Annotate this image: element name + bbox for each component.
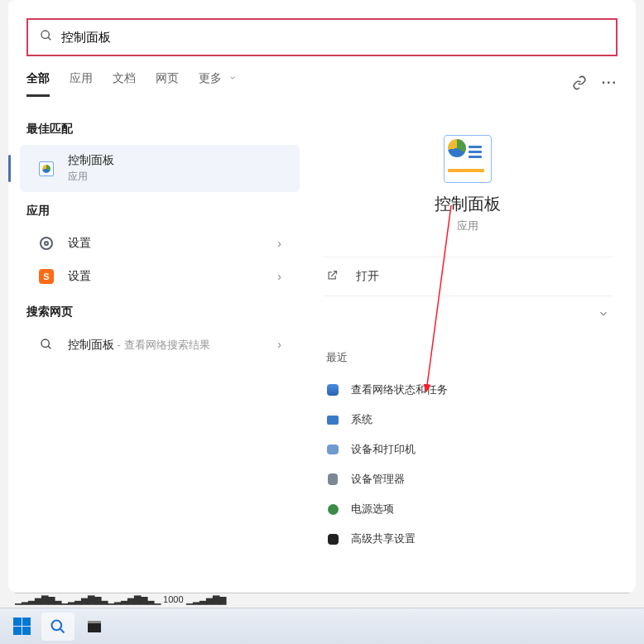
preview-subtitle: 应用: [323, 219, 613, 233]
taskbar: [0, 608, 644, 644]
result-settings-2[interactable]: S 设置 ›: [20, 260, 300, 293]
tab-apps[interactable]: 应用: [70, 71, 93, 97]
preview-title: 控制面板: [323, 193, 613, 215]
truncated-background-text: ▁▂▃▅▇▆▃▁▂▃▅▇▆▃▁▂▃▅▇▆▃▁ 1000 ▁▂▃▅▇▆: [15, 593, 629, 606]
section-apps: 应用: [8, 192, 306, 227]
taskbar-terminal[interactable]: [78, 613, 111, 641]
chevron-right-icon: ›: [277, 237, 281, 250]
section-search-web: 搜索网页: [8, 293, 306, 328]
chevron-right-icon: ›: [277, 338, 281, 351]
svg-line-3: [48, 346, 50, 348]
recent-advanced-sharing[interactable]: 高级共享设置: [323, 524, 613, 554]
result-settings-1[interactable]: 设置 ›: [20, 227, 300, 260]
search-icon: [50, 618, 66, 635]
section-best-match: 最佳匹配: [8, 110, 306, 145]
windows-logo-icon: [13, 618, 31, 635]
taskbar-search-button[interactable]: [41, 613, 74, 641]
search-icon: [40, 29, 53, 46]
recent-power-options[interactable]: 电源选项: [323, 494, 613, 524]
more-icon[interactable]: ···: [602, 75, 618, 94]
chevron-down-icon: [598, 308, 609, 322]
content-columns: 最佳匹配 控制面板 应用 应用 设置 › S 设置 ›: [8, 102, 636, 554]
search-bar[interactable]: [26, 18, 618, 56]
svg-point-2: [41, 339, 49, 347]
tab-documents[interactable]: 文档: [113, 71, 136, 97]
device-manager-icon: [326, 473, 339, 486]
control-panel-icon-large: [444, 135, 492, 183]
result-web-search[interactable]: 控制面板 - 查看网络搜索结果 ›: [20, 328, 300, 361]
open-icon: [326, 269, 343, 284]
windows-search-panel: 全部 应用 文档 网页 更多 ··· 最佳匹配 控制面板: [8, 0, 636, 592]
tab-more[interactable]: 更多: [199, 71, 237, 97]
search-icon: [38, 336, 55, 353]
recent-label: 最近: [326, 350, 609, 365]
printer-icon: [326, 443, 339, 456]
recent-system[interactable]: 系统: [323, 405, 613, 435]
svg-point-5: [52, 620, 62, 630]
network-center-icon: [326, 383, 339, 396]
start-button[interactable]: [5, 613, 38, 641]
tab-web[interactable]: 网页: [156, 71, 179, 97]
preview-header: 控制面板 应用: [323, 118, 613, 245]
filter-row: 全部 应用 文档 网页 更多 ···: [8, 71, 636, 102]
control-panel-icon: [38, 161, 55, 177]
svg-line-6: [60, 628, 65, 632]
svg-line-1: [48, 37, 50, 40]
system-icon: [326, 413, 339, 426]
results-column: 最佳匹配 控制面板 应用 应用 设置 › S 设置 ›: [8, 110, 306, 554]
chevron-right-icon: ›: [277, 270, 281, 283]
open-action[interactable]: 打开: [323, 257, 613, 296]
terminal-icon: [88, 621, 101, 632]
link-icon[interactable]: [572, 75, 587, 94]
preview-column: 控制面板 应用 打开 最近 查看网络状态和任: [306, 110, 636, 554]
expand-actions[interactable]: [323, 296, 613, 334]
gear-icon: [38, 235, 55, 252]
recent-device-manager[interactable]: 设备管理器: [323, 464, 613, 494]
power-icon: [326, 502, 339, 516]
recent-network-status[interactable]: 查看网络状态和任务: [323, 375, 613, 405]
svg-point-0: [41, 31, 49, 38]
tab-all[interactable]: 全部: [26, 71, 50, 97]
result-control-panel[interactable]: 控制面板 应用: [20, 145, 300, 192]
sharing-icon: [326, 532, 339, 545]
recent-devices-printers[interactable]: 设备和打印机: [323, 435, 613, 464]
sogou-icon: S: [38, 268, 55, 285]
search-input[interactable]: [61, 31, 604, 45]
